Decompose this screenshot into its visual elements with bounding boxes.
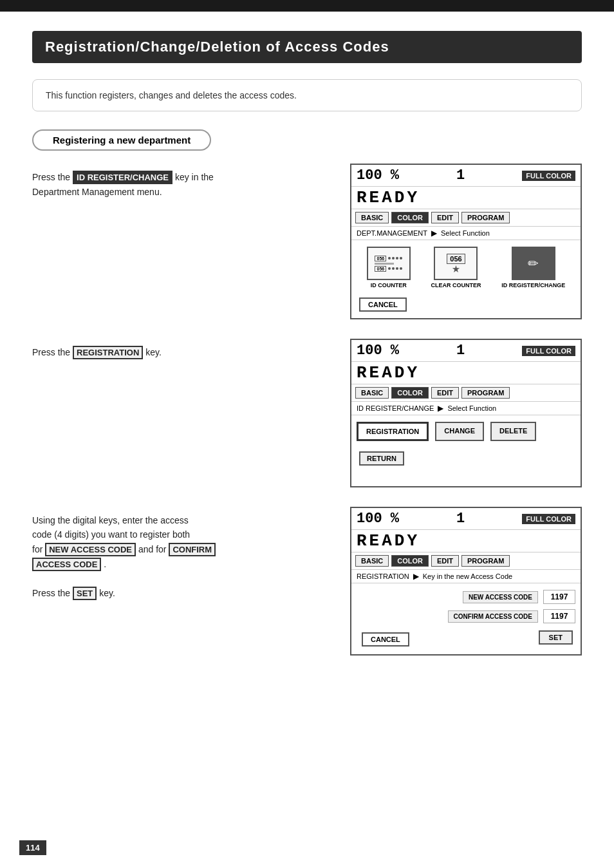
screen3: 100 % 1 FULL COLOR READY BASIC COLOR EDI… bbox=[350, 507, 582, 656]
step3-text-1: Using the digital keys, enter the access bbox=[32, 515, 189, 525]
step2-key: REGISTRATION bbox=[73, 346, 143, 359]
screen3-action-row: CANCEL SET bbox=[357, 628, 575, 646]
step3-key1: NEW ACCESS CODE bbox=[45, 543, 136, 556]
screen2-arrow-icon: ▶ bbox=[438, 404, 443, 413]
screen3-menubar: REGISTRATION ▶ Key in the new Access Cod… bbox=[351, 570, 581, 583]
id-counter-icon: 056 056 bbox=[372, 253, 405, 274]
screen1-fullcolor: FULL COLOR bbox=[522, 171, 575, 181]
step1-text-before: Press the bbox=[32, 172, 70, 182]
new-access-code-value: 1197 bbox=[543, 590, 575, 604]
step2-instruction: Press the REGISTRATION key. bbox=[32, 339, 331, 360]
info-box: This function registers, changes and del… bbox=[32, 79, 582, 111]
screen1-header: 100 % 1 FULL COLOR bbox=[351, 165, 581, 187]
id-counter-wrap: 056 056 ID COUNTER bbox=[367, 247, 411, 288]
screen1-menu-sub: Select Function bbox=[441, 229, 490, 237]
clear-counter-icon-box[interactable]: 056 bbox=[434, 247, 478, 280]
clear-counter-label: CLEAR COUNTER bbox=[431, 282, 481, 288]
screen3-fullcolor: FULL COLOR bbox=[522, 514, 575, 524]
screen1: 100 % 1 FULL COLOR READY BASIC COLOR EDI… bbox=[350, 164, 582, 319]
screen2-tab-edit[interactable]: EDIT bbox=[431, 387, 459, 399]
delete-btn[interactable]: DELETE bbox=[490, 422, 536, 441]
new-access-code-label: NEW ACCESS CODE bbox=[463, 591, 538, 603]
step3-key2b: ACCESS CODE bbox=[32, 558, 101, 571]
screen3-arrow-icon: ▶ bbox=[413, 572, 419, 581]
step2-row: Press the REGISTRATION key. 100 % 1 FULL… bbox=[32, 339, 582, 487]
page-number: 114 bbox=[19, 840, 46, 855]
screen1-tab-edit[interactable]: EDIT bbox=[431, 212, 459, 223]
screen3-tab-basic[interactable]: BASIC bbox=[355, 555, 389, 567]
screen2-number: 1 bbox=[456, 343, 465, 359]
screen2-header: 100 % 1 FULL COLOR bbox=[351, 340, 581, 362]
screen1-tabs: BASIC COLOR EDIT PROGRAM bbox=[351, 209, 581, 227]
screen2-menu-sub: Select Function bbox=[447, 404, 496, 412]
info-text: This function registers, changes and del… bbox=[46, 90, 297, 100]
screen3-header: 100 % 1 FULL COLOR bbox=[351, 508, 581, 530]
registration-btn[interactable]: REGISTRATION bbox=[357, 422, 429, 441]
step3-text-3: for bbox=[32, 544, 42, 554]
screen3-menu: REGISTRATION bbox=[357, 572, 409, 580]
step3-instruction: Using the digital keys, enter the access… bbox=[32, 507, 331, 601]
top-bar bbox=[0, 0, 614, 12]
screen2-tab-basic[interactable]: BASIC bbox=[355, 387, 389, 399]
screen2-func-row: REGISTRATION CHANGE DELETE bbox=[357, 422, 575, 441]
clear-counter-wrap: 056 CLEAR COUNTER bbox=[431, 247, 481, 288]
screen3-tab-program[interactable]: PROGRAM bbox=[461, 555, 510, 567]
step3-key3: SET bbox=[73, 587, 97, 600]
screen3-tab-edit[interactable]: EDIT bbox=[431, 555, 459, 567]
step1-row: Press the ID REGISTER/CHANGE key in the … bbox=[32, 164, 582, 319]
step3-text-2: code (4 digits) you want to register bot… bbox=[32, 529, 190, 540]
id-register-wrap: ✏ ID REGISTER/CHANGE bbox=[501, 247, 565, 288]
step1-text-line3: Department Management menu. bbox=[32, 187, 162, 197]
step1-instruction: Press the ID REGISTER/CHANGE key in the … bbox=[32, 164, 331, 199]
screen1-tab-basic[interactable]: BASIC bbox=[355, 212, 389, 223]
id-counter-icon-box[interactable]: 056 056 bbox=[367, 247, 411, 280]
screen1-cancel-btn[interactable]: CANCEL bbox=[359, 297, 407, 312]
step2-text-before: Press the bbox=[32, 347, 70, 357]
step1-text-after: key in the bbox=[175, 172, 214, 182]
screen2-ready: READY bbox=[351, 362, 581, 384]
step3-text-4: and for bbox=[138, 544, 167, 554]
screen3-number: 1 bbox=[456, 511, 465, 527]
pencil-icon: ✏ bbox=[528, 256, 539, 271]
screen3-tab-color[interactable]: COLOR bbox=[391, 555, 429, 567]
screen3-body: NEW ACCESS CODE 1197 CONFIRM ACCESS CODE… bbox=[351, 583, 581, 654]
step2-text-after: key. bbox=[145, 347, 162, 357]
screen2: 100 % 1 FULL COLOR READY BASIC COLOR EDI… bbox=[350, 339, 582, 487]
id-label-2: 056 bbox=[375, 266, 386, 272]
screen3-set-btn[interactable]: SET bbox=[539, 630, 573, 645]
confirm-access-code-value: 1197 bbox=[543, 609, 575, 623]
step3-row: Using the digital keys, enter the access… bbox=[32, 507, 582, 656]
screen3-menu-sub: Key in the new Access Code bbox=[423, 572, 512, 580]
screen2-tab-program[interactable]: PROGRAM bbox=[461, 387, 510, 399]
screen1-icon-row: 056 056 ID COUNTER bbox=[357, 247, 575, 288]
id-register-label: ID REGISTER/CHANGE bbox=[501, 282, 565, 288]
id-counter-label: ID COUNTER bbox=[371, 282, 407, 288]
screen1-body: 056 056 ID COUNTER bbox=[351, 240, 581, 318]
page-title: Registration/Change/Deletion of Access C… bbox=[32, 31, 582, 63]
screen3-tabs: BASIC COLOR EDIT PROGRAM bbox=[351, 552, 581, 570]
step1-key: ID REGISTER/CHANGE bbox=[73, 171, 172, 184]
screen2-menubar: ID REGISTER/CHANGE ▶ Select Function bbox=[351, 402, 581, 415]
id-label-1: 056 bbox=[375, 256, 386, 261]
screen3-cancel-btn[interactable]: CANCEL bbox=[362, 632, 409, 646]
step3-text-6: . bbox=[104, 559, 106, 569]
screen1-ready: READY bbox=[351, 187, 581, 209]
screen3-ready: READY bbox=[351, 530, 581, 552]
screen1-tab-program[interactable]: PROGRAM bbox=[461, 212, 510, 223]
change-btn[interactable]: CHANGE bbox=[435, 422, 484, 441]
screen2-tab-color[interactable]: COLOR bbox=[391, 387, 429, 399]
screen2-body: REGISTRATION CHANGE DELETE RETURN bbox=[351, 415, 581, 486]
screen1-tab-color[interactable]: COLOR bbox=[391, 212, 429, 223]
screen2-menu: ID REGISTER/CHANGE bbox=[357, 404, 434, 412]
screen2-fullcolor: FULL COLOR bbox=[522, 346, 575, 356]
screen2-percent: 100 % bbox=[357, 343, 399, 359]
screen1-number: 1 bbox=[456, 167, 465, 184]
screen2-return-btn[interactable]: RETURN bbox=[359, 451, 404, 466]
screen1-menubar: DEPT.MANAGEMENT ▶ Select Function bbox=[351, 227, 581, 240]
id-register-icon-box[interactable]: ✏ bbox=[512, 247, 555, 280]
section-header: Registering a new department bbox=[32, 129, 211, 151]
confirm-access-code-row: CONFIRM ACCESS CODE 1197 bbox=[357, 609, 575, 623]
arrow-icon: ▶ bbox=[431, 229, 437, 238]
step3-text-8: key. bbox=[99, 588, 115, 598]
step3-key2: CONFIRM bbox=[169, 543, 216, 556]
